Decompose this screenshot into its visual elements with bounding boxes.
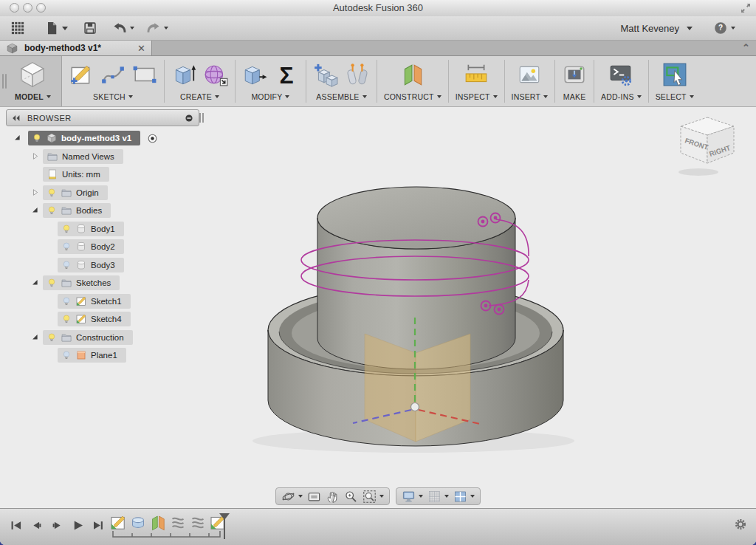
collapse-ribbon-icon[interactable]: ⌃	[742, 42, 750, 53]
ribbon-group-create[interactable]: CREATE	[165, 56, 235, 106]
visibility-bulb-off-icon[interactable]	[61, 241, 72, 252]
tree-item-label: Body2	[91, 242, 115, 251]
collapse-triangle-icon[interactable]	[31, 333, 39, 341]
display-button[interactable]	[402, 490, 423, 504]
visibility-bulb-on-icon[interactable]	[47, 332, 57, 343]
view-cube[interactable]: FRONT RIGHT	[670, 113, 744, 181]
sketch-icon	[75, 313, 87, 325]
tree-item-named-views[interactable]: Named Views	[43, 149, 123, 164]
ribbon-group-inspect[interactable]: INSPECT	[449, 56, 504, 106]
user-menu[interactable]: Matt Keveney	[621, 23, 693, 34]
play-button[interactable]	[71, 518, 85, 532]
extrude-icon[interactable]	[171, 62, 196, 87]
tree-row-named-views: Named Views	[6, 149, 199, 164]
expand-triangle-icon[interactable]	[31, 188, 39, 196]
viewports-button[interactable]	[453, 490, 475, 504]
fit-button[interactable]	[362, 490, 384, 504]
look-at-button[interactable]	[307, 490, 321, 504]
insert-image-icon[interactable]	[517, 62, 542, 87]
origin-point[interactable]	[411, 403, 419, 411]
visibility-bulb-on-icon[interactable]	[47, 278, 57, 288]
rectangle-icon[interactable]	[132, 62, 157, 87]
sigma-icon[interactable]: Σ	[274, 62, 299, 87]
tree-item-sketch4[interactable]: Sketch4	[58, 312, 131, 326]
tree-item-body1[interactable]: Body1	[58, 222, 124, 236]
document-tabbar: body-method3 v1* ✕ ⌃	[0, 41, 756, 56]
visibility-bulb-on-icon[interactable]	[32, 133, 42, 143]
ribbon-group-sketch[interactable]: SKETCH	[62, 56, 164, 106]
undo-button[interactable]	[112, 21, 134, 35]
collapse-triangle-icon[interactable]	[31, 278, 39, 287]
dropdown-caret-icon	[690, 95, 694, 98]
new-component-icon[interactable]	[313, 62, 338, 87]
activate-component-radio[interactable]	[146, 132, 159, 145]
expand-triangle-icon[interactable]	[31, 152, 39, 160]
step-back-button[interactable]	[30, 518, 44, 532]
visibility-bulb-on-icon[interactable]	[61, 224, 72, 234]
ribbon-group-add-ins[interactable]: ADD-INS	[594, 56, 648, 106]
tree-item-origin[interactable]: Origin	[43, 185, 108, 200]
ribbon-group-insert[interactable]: INSERT	[505, 56, 555, 106]
tree-item-body2[interactable]: Body2	[58, 239, 124, 254]
timeline-feature-construct-plane-icon[interactable]	[149, 514, 167, 532]
sketch-create-icon[interactable]	[69, 62, 94, 87]
timeline-feature-revolve-icon[interactable]	[129, 514, 147, 532]
help-menu[interactable]: ?	[713, 21, 735, 35]
visibility-bulb-off-icon[interactable]	[61, 260, 72, 270]
form-icon[interactable]	[203, 62, 228, 87]
timeline-settings-gear-icon[interactable]	[734, 518, 747, 531]
zoom-button[interactable]	[344, 490, 358, 504]
timeline-feature-sketch-icon[interactable]	[109, 514, 127, 532]
construct-plane-icon[interactable]	[400, 62, 425, 87]
file-menu-button[interactable]	[44, 21, 68, 35]
step-forward-button[interactable]	[50, 518, 64, 532]
tree-item-body-method3-v1[interactable]: body-method3 v1	[28, 131, 140, 145]
add-ins-icon[interactable]	[608, 62, 633, 87]
ribbon-group-make[interactable]: MAKE	[555, 56, 594, 106]
timeline-feature-coil-icon[interactable]	[169, 514, 187, 532]
joint-icon[interactable]	[345, 62, 370, 87]
tree-item-sketch1[interactable]: Sketch1	[58, 294, 131, 309]
collapse-browser-icon[interactable]	[11, 113, 21, 123]
tree-item-bodies[interactable]: Bodies	[43, 203, 111, 218]
browser-grip[interactable]	[199, 113, 204, 123]
ribbon-group-assemble[interactable]: ASSEMBLE	[306, 56, 377, 106]
fullscreen-icon[interactable]	[740, 2, 752, 14]
redo-button[interactable]	[146, 21, 168, 35]
ribbon-group-modify[interactable]: Σ MODIFY	[236, 56, 306, 106]
visibility-bulb-off-icon[interactable]	[61, 296, 72, 306]
tree-item-sketches[interactable]: Sketches	[43, 275, 120, 290]
spline-icon[interactable]	[100, 62, 126, 87]
visibility-bulb-on-icon[interactable]	[47, 205, 57, 216]
close-tab-icon[interactable]: ✕	[137, 44, 145, 53]
ribbon-grip[interactable]	[0, 56, 9, 106]
timeline-feature-coil-icon[interactable]	[189, 514, 207, 532]
ribbon-group-model[interactable]: MODEL	[9, 56, 62, 106]
go-end-button[interactable]	[92, 518, 106, 532]
model-icon[interactable]	[17, 60, 48, 89]
measure-icon[interactable]	[464, 62, 489, 87]
ribbon-group-construct[interactable]: CONSTRUCT	[377, 56, 448, 106]
pan-button[interactable]	[326, 490, 340, 504]
tree-item-construction[interactable]: Construction	[43, 330, 133, 345]
tree-item-units-mm[interactable]: Units: mm	[43, 167, 109, 182]
visibility-bulb-off-icon[interactable]	[61, 350, 72, 360]
printer-icon[interactable]	[562, 62, 587, 87]
collapse-triangle-icon[interactable]	[13, 134, 21, 142]
folder-icon	[61, 332, 72, 343]
tree-item-body3[interactable]: Body3	[58, 258, 124, 272]
visibility-bulb-on-icon[interactable]	[61, 314, 72, 324]
ribbon-group-select[interactable]: SELECT	[649, 56, 701, 106]
document-tab[interactable]: body-method3 v1* ✕	[0, 41, 152, 55]
hide-browser-icon[interactable]	[184, 113, 194, 123]
save-button[interactable]	[83, 21, 97, 35]
select-icon[interactable]	[662, 62, 687, 87]
grid-display-button[interactable]	[427, 490, 449, 504]
orbit-button[interactable]	[281, 490, 303, 504]
presspull-icon[interactable]	[242, 62, 267, 87]
collapse-triangle-icon[interactable]	[31, 206, 39, 214]
data-panel-button[interactable]	[10, 21, 25, 35]
visibility-bulb-on-icon[interactable]	[47, 188, 57, 198]
go-start-button[interactable]	[9, 518, 23, 532]
tree-item-plane1[interactable]: Plane1	[58, 348, 126, 363]
